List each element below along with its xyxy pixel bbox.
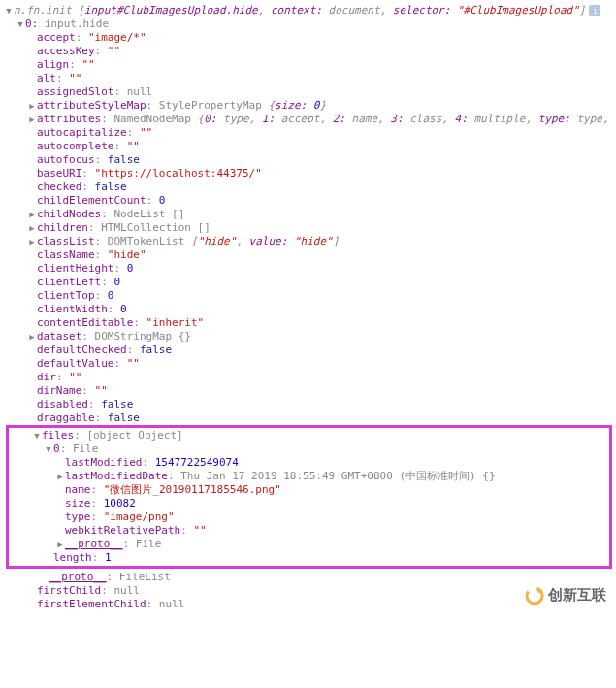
prop-clientwidth[interactable]: clientWidth: 0: [4, 303, 616, 316]
collapse-arrow-icon[interactable]: ▶: [27, 99, 37, 113]
prop-draggable[interactable]: draggable: false: [4, 411, 616, 425]
prop-autocapitalize[interactable]: autocapitalize: "": [4, 126, 616, 140]
prop-classlist[interactable]: ▶classList: DOMTokenList ["hide", value:…: [4, 235, 616, 248]
file-proto[interactable]: ▶__proto__: File: [9, 538, 609, 551]
prop-childelementcount[interactable]: childElementCount: 0: [4, 194, 616, 208]
file-name[interactable]: name: "微信图片_20190117185546.png": [9, 483, 609, 497]
file-lastmodified[interactable]: lastModified: 1547722549074: [9, 456, 609, 470]
files-proto[interactable]: __proto__: FileList: [4, 571, 616, 584]
collapse-arrow-icon[interactable]: ▶: [27, 330, 37, 344]
prop-clienttop[interactable]: clientTop: 0: [4, 289, 616, 303]
prop-checked[interactable]: checked: false: [4, 180, 616, 194]
object-header[interactable]: ▼n.fn.init [input#ClubImagesUpload.hide,…: [4, 4, 616, 17]
svg-point-1: [537, 589, 541, 593]
prop-baseuri[interactable]: baseURI: "https://localhost:44375/": [4, 167, 616, 180]
files-length[interactable]: length: 1: [9, 551, 609, 565]
prop-assignedslot[interactable]: assignedSlot: null: [4, 85, 616, 99]
prop-disabled[interactable]: disabled: false: [4, 398, 616, 411]
prop-dir[interactable]: dir: "": [4, 371, 616, 384]
prop-alt[interactable]: alt: "": [4, 72, 616, 85]
file-type[interactable]: type: "image/png": [9, 510, 609, 524]
logo-icon: [525, 586, 544, 606]
prop-contenteditable[interactable]: contentEditable: "inherit": [4, 316, 616, 330]
prop-clientheight[interactable]: clientHeight: 0: [4, 262, 616, 276]
prop-align[interactable]: align: "": [4, 58, 616, 72]
file-lastmodifieddate[interactable]: ▶lastModifiedDate: Thu Jan 17 2019 18:55…: [9, 470, 609, 483]
prop-children[interactable]: ▶children: HTMLCollection []: [4, 221, 616, 235]
file-size[interactable]: size: 10082: [9, 497, 609, 510]
prop-attributes[interactable]: ▶attributes: NamedNodeMap {0: type, 1: a…: [4, 113, 616, 126]
collapse-arrow-icon[interactable]: ▶: [27, 235, 37, 248]
expand-arrow-icon[interactable]: ▼: [4, 4, 14, 17]
prop-classname[interactable]: className: "hide": [4, 248, 616, 262]
files-item-0[interactable]: ▼0: File: [9, 442, 609, 456]
collapse-arrow-icon[interactable]: ▶: [27, 208, 37, 221]
prop-autofocus[interactable]: autofocus: false: [4, 153, 616, 167]
collapse-arrow-icon[interactable]: ▶: [55, 470, 65, 483]
prop-dataset[interactable]: ▶dataset: DOMStringMap {}: [4, 330, 616, 344]
expand-arrow-icon[interactable]: ▼: [32, 429, 42, 442]
collapse-arrow-icon[interactable]: ▶: [27, 221, 37, 235]
element-descriptor: input#ClubImagesUpload.hide: [84, 4, 258, 16]
expand-arrow-icon[interactable]: ▼: [16, 17, 25, 31]
file-webkitrelativepath[interactable]: webkitRelativePath: "": [9, 524, 609, 538]
prop-defaultchecked[interactable]: defaultChecked: false: [4, 344, 616, 357]
prop-autocomplete[interactable]: autocomplete: "": [4, 140, 616, 153]
prop-accesskey[interactable]: accessKey: "": [4, 45, 616, 58]
expand-arrow-icon[interactable]: ▼: [44, 442, 53, 456]
collapse-arrow-icon[interactable]: ▶: [27, 113, 37, 126]
prop-childnodes[interactable]: ▶childNodes: NodeList []: [4, 208, 616, 221]
prop-accept[interactable]: accept: "image/*": [4, 31, 616, 45]
constructor-name: n.fn.init: [14, 4, 78, 16]
prop-files[interactable]: ▼files: [object Object]: [9, 429, 609, 442]
prop-dirname[interactable]: dirName: "": [4, 384, 616, 398]
collapse-arrow-icon[interactable]: ▶: [55, 538, 65, 551]
info-icon[interactable]: i: [589, 5, 600, 16]
prop-clientleft[interactable]: clientLeft: 0: [4, 276, 616, 289]
prop-defaultvalue[interactable]: defaultValue: "": [4, 357, 616, 371]
prop-attributestylemap[interactable]: ▶attributeStyleMap: StylePropertyMap {si…: [4, 99, 616, 113]
highlighted-files-block: ▼files: [object Object] ▼0: File lastMod…: [6, 425, 612, 569]
watermark: 创新互联: [525, 586, 606, 606]
array-item-0[interactable]: ▼0: input.hide: [4, 17, 616, 31]
